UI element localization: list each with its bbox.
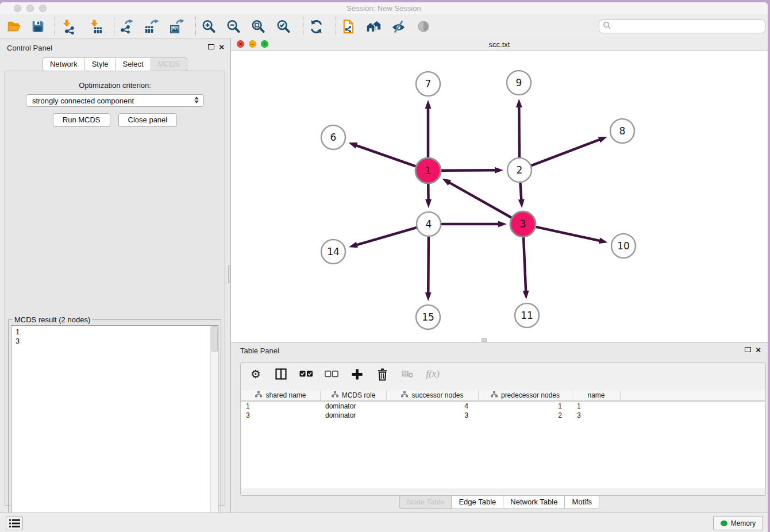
network-canvas[interactable]: 7968124314101511 <box>231 51 768 342</box>
tab-mcds[interactable]: MCDS <box>151 57 187 71</box>
show-columns-icon[interactable] <box>274 367 288 381</box>
tab-node-table[interactable]: Node Table <box>399 495 452 509</box>
delete-columns-icon[interactable] <box>375 367 389 381</box>
result-scrollbar[interactable] <box>210 326 218 532</box>
main-titlebar: Session: New Session <box>0 2 768 14</box>
import-table-icon[interactable] <box>87 18 103 34</box>
graph-node-label: 4 <box>426 218 432 230</box>
graph-edge-4-14[interactable] <box>357 228 416 245</box>
main-toolbar <box>0 14 768 39</box>
graph-edge-3-10[interactable] <box>536 227 599 241</box>
tab-motifs[interactable]: Motifs <box>564 495 599 509</box>
apply-preferred-layout-icon[interactable] <box>308 18 324 34</box>
export-table-icon[interactable] <box>143 18 159 34</box>
hierarchy-icon <box>491 391 498 399</box>
zoom-out-icon[interactable] <box>225 18 241 34</box>
mcds-result-box: MCDS result (2 nodes) 1 3 <box>8 319 221 532</box>
column-header-shared-name[interactable]: shared name <box>241 390 321 400</box>
graph-edge-3-11[interactable] <box>523 237 526 291</box>
graph-edge-arrowhead <box>442 179 451 186</box>
table-cell[interactable]: 3 <box>387 411 479 420</box>
column-header-MCDS-role[interactable]: MCDS role <box>321 390 387 400</box>
search-input[interactable] <box>611 21 765 32</box>
deselect-all-rows-icon[interactable] <box>325 367 338 381</box>
export-image-icon[interactable] <box>168 18 184 34</box>
control-panel-float-icon[interactable] <box>208 44 214 49</box>
column-header-name[interactable]: name <box>572 390 621 400</box>
save-session-icon[interactable] <box>30 18 46 34</box>
table-panel-close-icon[interactable]: × <box>756 347 761 352</box>
column-header-label: name <box>587 391 605 399</box>
column-header-label: predecessor nodes <box>501 391 560 399</box>
network-resize-grip[interactable] <box>482 338 487 342</box>
control-panel-tabs: Network Style Select MCDS <box>0 57 230 71</box>
show-hide-details-icon <box>415 18 432 34</box>
graph-edge-arrowhead <box>599 238 608 244</box>
table-panel: Table Panel × ⚙ <box>230 342 768 512</box>
import-network-icon[interactable] <box>60 18 76 34</box>
delete-table-icon <box>401 367 414 381</box>
table-cell[interactable]: dominator <box>321 402 387 411</box>
table-toolbar: ⚙ f(x) <box>241 363 765 385</box>
column-header-predecessor-nodes[interactable]: predecessor nodes <box>479 390 572 400</box>
create-new-column-icon[interactable] <box>350 367 364 381</box>
select-stepper-icon <box>194 97 199 103</box>
control-panel-close-icon[interactable]: × <box>219 44 224 49</box>
table-cell[interactable]: 3 <box>572 411 621 420</box>
tab-network[interactable]: Network <box>43 57 84 71</box>
memory-label: Memory <box>731 519 756 527</box>
export-network-icon[interactable] <box>118 18 134 34</box>
table-cell[interactable]: 3 <box>241 411 321 420</box>
column-header-successor-nodes[interactable]: successor nodes <box>387 390 479 400</box>
graph-edge-1-6[interactable] <box>357 145 416 166</box>
optimization-criterion-select[interactable]: strongly connected component <box>26 94 204 107</box>
control-panel: Control Panel × Network Style Select MCD… <box>0 39 230 512</box>
table-cell[interactable]: 1 <box>572 402 621 411</box>
node-table-body: 1dominator4113dominator323 <box>241 402 765 420</box>
tab-select[interactable]: Select <box>116 57 151 71</box>
search-field[interactable] <box>599 20 765 33</box>
session-title: Session: New Session <box>0 4 768 13</box>
table-panel-title: Table Panel <box>240 346 279 355</box>
table-row[interactable]: 1dominator411 <box>241 402 765 411</box>
table-cell[interactable]: 1 <box>479 402 572 411</box>
zoom-in-icon[interactable] <box>201 18 217 34</box>
table-row[interactable]: 3dominator323 <box>241 411 765 420</box>
control-panel-title: Control Panel <box>7 44 52 52</box>
table-cell[interactable]: 2 <box>479 411 572 420</box>
tab-style[interactable]: Style <box>84 57 116 71</box>
graph-edge-4-15[interactable] <box>428 237 429 292</box>
table-mode-settings-icon[interactable]: ⚙ <box>249 367 263 381</box>
show-hide-graphics-icon[interactable] <box>390 18 406 34</box>
table-panel-float-icon[interactable] <box>745 347 751 352</box>
status-bar: Memory <box>0 512 768 532</box>
memory-button[interactable]: Memory <box>713 516 763 530</box>
graph-edge-3-1[interactable] <box>449 183 511 218</box>
graph-node-label: 15 <box>422 311 434 323</box>
graph-edge-arrowhead <box>349 242 358 248</box>
graph-edge-arrowhead <box>425 199 432 208</box>
duplicate-network-icon[interactable] <box>340 18 356 34</box>
run-mcds-button[interactable]: Run MCDS <box>53 113 110 127</box>
zoom-fit-icon[interactable] <box>250 18 266 34</box>
graph-edge-2-3[interactable] <box>520 183 521 199</box>
mcds-result-area[interactable]: 1 3 <box>11 325 218 532</box>
graph-edge-2-8[interactable] <box>532 140 599 165</box>
task-history-button[interactable] <box>6 516 23 530</box>
graph-edge-arrowhead <box>523 291 529 299</box>
result-scrollbar-thumb[interactable] <box>211 326 218 352</box>
select-all-rows-icon[interactable] <box>299 367 313 381</box>
tab-network-table[interactable]: Network Table <box>503 495 564 509</box>
graph-edge-2-9[interactable] <box>519 107 519 157</box>
zoom-selected-icon[interactable] <box>275 18 291 34</box>
open-session-icon[interactable] <box>6 18 22 34</box>
table-cell[interactable]: 4 <box>387 402 479 411</box>
close-panel-button[interactable]: Close panel <box>118 113 178 127</box>
tab-edge-table[interactable]: Edge Table <box>451 495 503 509</box>
table-cell[interactable]: dominator <box>321 411 387 420</box>
graph-edge-1-2[interactable] <box>441 170 495 171</box>
first-neighbors-icon[interactable] <box>365 18 383 34</box>
toolbar-separator <box>336 17 336 36</box>
mcds-panel-body: Optimization criterion: strongly connect… <box>5 71 225 506</box>
table-cell[interactable]: 1 <box>241 402 321 411</box>
